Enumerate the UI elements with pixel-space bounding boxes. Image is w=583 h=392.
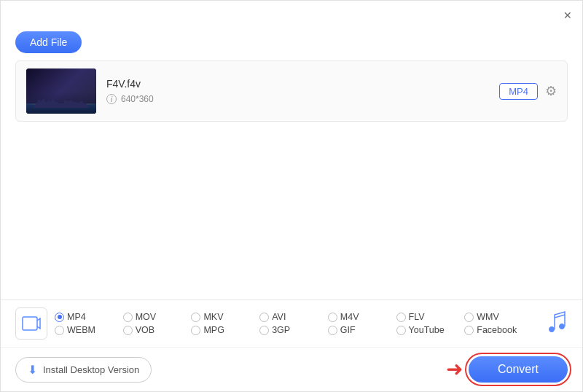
radio-facebook[interactable] <box>464 326 474 335</box>
radio-mpg[interactable] <box>191 326 200 335</box>
svg-rect-0 <box>23 317 37 330</box>
format-option-webm[interactable]: WEBM <box>55 325 123 335</box>
format-label-avi: AVI <box>272 312 286 322</box>
file-thumbnail <box>26 68 96 114</box>
format-label-gif: GIF <box>340 325 356 335</box>
radio-flv[interactable] <box>396 313 406 322</box>
format-option-mp4[interactable]: MP4 <box>55 312 123 322</box>
format-option-m4v[interactable]: M4V <box>328 312 396 322</box>
format-option-wmv[interactable]: WMV <box>464 312 533 322</box>
install-label: Install Desktop Version <box>43 364 139 375</box>
radio-3gp[interactable] <box>259 326 269 335</box>
radio-mp4[interactable] <box>55 313 64 322</box>
format-grid: MP4 MOV MKV AVI M4V FLV <box>55 312 533 335</box>
file-meta: i 640*360 <box>106 94 489 104</box>
convert-button[interactable]: Convert <box>469 356 568 383</box>
file-resolution: 640*360 <box>121 94 154 104</box>
bottom-panel: MP4 MOV MKV AVI M4V FLV <box>1 299 582 391</box>
format-label-flv: FLV <box>409 312 425 322</box>
settings-icon[interactable]: ⚙ <box>545 83 557 99</box>
action-bar: ⬇ Install Desktop Version ➜ Convert <box>1 348 582 391</box>
add-file-button[interactable]: Add File <box>15 31 82 53</box>
radio-mkv[interactable] <box>191 313 200 322</box>
format-label-youtube: YouTube <box>409 325 445 335</box>
arrow-icon: ➜ <box>446 359 463 380</box>
download-icon: ⬇ <box>28 363 37 377</box>
content-area <box>1 122 582 297</box>
radio-avi[interactable] <box>259 313 269 322</box>
music-icon[interactable] <box>546 309 568 338</box>
radio-webm[interactable] <box>55 326 64 335</box>
format-label-m4v: M4V <box>340 312 359 322</box>
title-bar: ✕ <box>1 1 582 27</box>
format-label-facebook: Facebook <box>477 325 517 335</box>
file-list: F4V.f4v i 640*360 MP4 ⚙ <box>15 60 568 122</box>
radio-youtube[interactable] <box>396 326 406 335</box>
format-label-mkv: MKV <box>203 312 223 322</box>
radio-mov[interactable] <box>123 313 133 322</box>
format-option-flv[interactable]: FLV <box>396 312 465 322</box>
format-option-mpg[interactable]: MPG <box>191 325 259 335</box>
format-label-3gp: 3GP <box>272 325 290 335</box>
radio-vob[interactable] <box>123 326 133 335</box>
format-label-wmv: WMV <box>477 312 499 322</box>
format-label-mov: MOV <box>136 312 156 322</box>
format-option-mov[interactable]: MOV <box>123 312 192 322</box>
bridge-lights <box>26 103 96 105</box>
format-option-gif[interactable]: GIF <box>328 325 396 335</box>
water-reflection <box>26 103 96 114</box>
thumbnail-image <box>26 68 96 114</box>
arrow-hint: ➜ Convert <box>446 356 568 383</box>
file-name: F4V.f4v <box>106 78 489 90</box>
file-info: F4V.f4v i 640*360 <box>106 78 489 104</box>
format-label-webm: WEBM <box>67 325 95 335</box>
format-option-avi[interactable]: AVI <box>259 312 328 322</box>
format-label-mpg: MPG <box>203 325 224 335</box>
radio-m4v[interactable] <box>328 313 337 322</box>
close-button[interactable]: ✕ <box>562 9 574 21</box>
format-option-facebook[interactable]: Facebook <box>464 325 533 335</box>
format-badge[interactable]: MP4 <box>499 83 538 100</box>
format-section: MP4 MOV MKV AVI M4V FLV <box>1 300 582 348</box>
format-option-3gp[interactable]: 3GP <box>259 325 328 335</box>
format-option-vob[interactable]: VOB <box>123 325 192 335</box>
video-format-icon <box>15 307 47 340</box>
info-icon: i <box>106 94 117 104</box>
format-label-mp4: MP4 <box>67 312 86 322</box>
format-label-vob: VOB <box>136 325 154 335</box>
radio-wmv[interactable] <box>464 313 474 322</box>
file-item: F4V.f4v i 640*360 MP4 ⚙ <box>16 61 567 121</box>
file-actions: MP4 ⚙ <box>499 83 557 100</box>
toolbar: Add File <box>1 27 582 60</box>
radio-gif[interactable] <box>328 326 337 335</box>
install-desktop-button[interactable]: ⬇ Install Desktop Version <box>15 357 152 383</box>
format-option-youtube[interactable]: YouTube <box>396 325 465 335</box>
format-option-mkv[interactable]: MKV <box>191 312 259 322</box>
